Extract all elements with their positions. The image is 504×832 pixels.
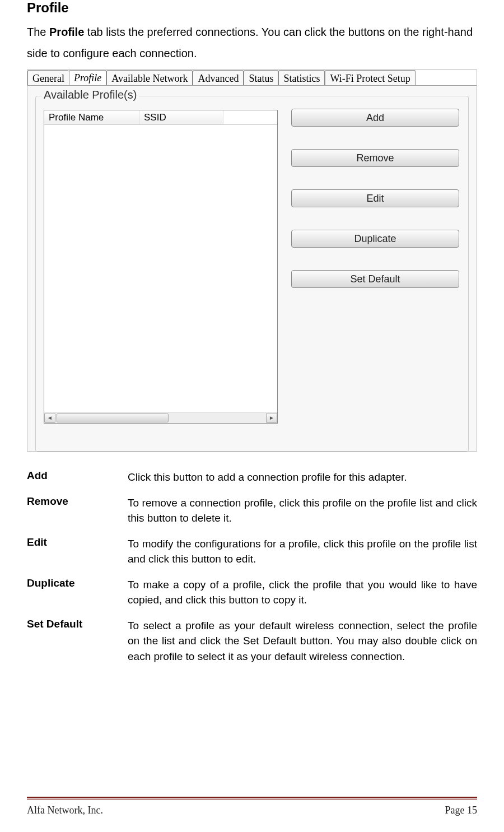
button-column: Add Remove Edit Duplicate Set Default — [291, 109, 464, 310]
desc-row-duplicate: Duplicate To make a copy of a profile, c… — [27, 577, 477, 608]
desc-def: To select a profile as your default wire… — [128, 618, 477, 664]
scroll-right-icon[interactable]: ► — [266, 413, 277, 423]
page-footer: Alfa Network, Inc. Page 15 — [27, 797, 477, 816]
groupbox-label: Available Profile(s) — [41, 89, 139, 101]
section-heading: Profile — [27, 0, 477, 16]
tab-status[interactable]: Status — [244, 70, 278, 85]
desc-term: Duplicate — [27, 577, 128, 608]
desc-def: Click this button to add a connection pr… — [128, 470, 477, 485]
footer-rule-thin — [27, 800, 477, 800]
desc-def: To make a copy of a profile, click the p… — [128, 577, 477, 608]
footer-company: Alfa Network, Inc. — [27, 805, 103, 816]
desc-row-set-default: Set Default To select a profile as your … — [27, 618, 477, 664]
intro-bold: Profile — [49, 26, 84, 38]
app-screenshot: General Profile Available Network Advanc… — [27, 69, 477, 452]
tab-advanced[interactable]: Advanced — [193, 70, 244, 85]
duplicate-button[interactable]: Duplicate — [291, 230, 459, 248]
add-button[interactable]: Add — [291, 109, 459, 127]
scroll-thumb[interactable] — [57, 413, 169, 422]
scroll-track[interactable] — [55, 413, 266, 423]
tab-pane: Available Profile(s) Profile Name SSID ◄… — [27, 86, 477, 451]
desc-def: To remove a connection profile, click th… — [128, 495, 477, 526]
tab-bar: General Profile Available Network Advanc… — [27, 70, 477, 86]
column-ssid[interactable]: SSID — [139, 110, 223, 124]
intro-paragraph: The Profile tab lists the preferred conn… — [27, 21, 477, 64]
horizontal-scrollbar[interactable]: ◄ ► — [44, 412, 277, 423]
tab-available-network[interactable]: Available Network — [106, 70, 193, 85]
groupbox-available-profiles: Available Profile(s) Profile Name SSID ◄… — [35, 96, 469, 452]
footer-rule-thick — [27, 797, 477, 798]
desc-row-edit: Edit To modify the configurations for a … — [27, 536, 477, 567]
desc-row-add: Add Click this button to add a connectio… — [27, 470, 477, 485]
desc-row-remove: Remove To remove a connection profile, c… — [27, 495, 477, 526]
tab-general[interactable]: General — [27, 70, 69, 85]
column-profile-name[interactable]: Profile Name — [44, 110, 139, 124]
remove-button[interactable]: Remove — [291, 149, 459, 167]
list-header: Profile Name SSID — [44, 110, 277, 125]
desc-term: Remove — [27, 495, 128, 526]
description-table: Add Click this button to add a connectio… — [27, 470, 477, 664]
tab-statistics[interactable]: Statistics — [278, 70, 325, 85]
tab-profile[interactable]: Profile — [69, 70, 106, 85]
intro-pre: The — [27, 26, 49, 38]
edit-button[interactable]: Edit — [291, 189, 459, 207]
intro-post: tab lists the preferred connections. You… — [27, 26, 473, 59]
desc-term: Add — [27, 470, 128, 485]
desc-term: Edit — [27, 536, 128, 567]
desc-def: To modify the configurations for a profi… — [128, 536, 477, 567]
profile-list[interactable]: Profile Name SSID ◄ ► — [44, 110, 278, 424]
set-default-button[interactable]: Set Default — [291, 270, 459, 288]
desc-term: Set Default — [27, 618, 128, 664]
tab-wifi-protect-setup[interactable]: Wi-Fi Protect Setup — [325, 70, 415, 85]
scroll-left-icon[interactable]: ◄ — [44, 413, 55, 423]
footer-page-number: Page 15 — [445, 805, 478, 816]
